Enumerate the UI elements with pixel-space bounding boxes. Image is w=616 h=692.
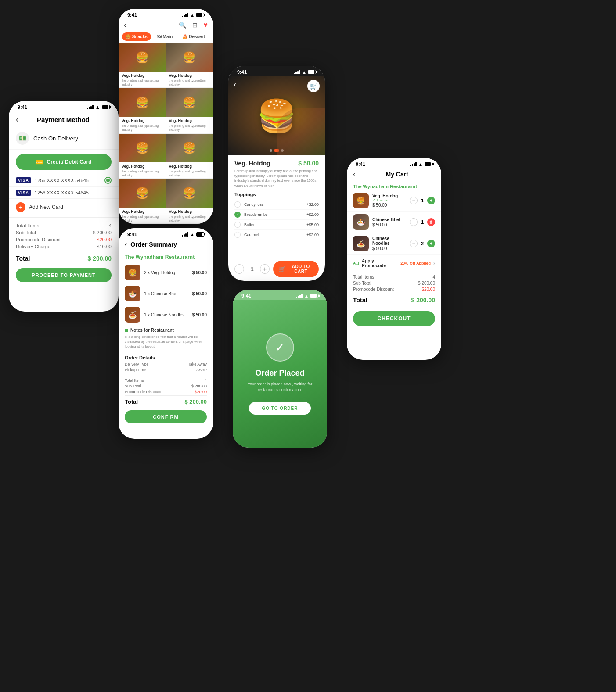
card-row-1[interactable]: VISA 1256 XXXX XXXX 54645 — [9, 174, 119, 187]
go-to-order-button[interactable]: GO TO ORDER — [249, 402, 311, 415]
plus-icon: + — [16, 202, 25, 212]
food-item[interactable]: 🍔 Veg. Hotdog the printing and typesetti… — [119, 179, 166, 224]
favorite-icon[interactable]: ♥ — [204, 21, 208, 29]
quantity-controls: − 2 + — [410, 240, 435, 247]
back-button[interactable]: ‹ — [125, 240, 127, 248]
increase-qty-button[interactable]: + — [427, 197, 435, 204]
visa-logo-2: VISA — [16, 190, 31, 196]
topping-checkbox[interactable] — [234, 232, 241, 238]
promo-label: Promocode Discount — [125, 390, 162, 394]
search-icon[interactable]: 🔍 — [179, 22, 186, 29]
wifi-icon: ▲ — [304, 294, 309, 298]
food-item[interactable]: 🍔 Veg. Hotdog the printing and typesetti… — [166, 88, 213, 133]
topping-checkbox[interactable] — [234, 222, 241, 228]
promo-discount-label: Promocode Discount — [353, 287, 394, 292]
item-price: $ 50.00 — [192, 312, 207, 317]
confirm-button[interactable]: CONFIRM — [125, 410, 207, 423]
checkout-button[interactable]: CHECKOUT — [353, 311, 435, 326]
food-item[interactable]: 🍔 Veg. Hotdog the printing and typesetti… — [166, 43, 213, 88]
status-bar: 9:41 ▲ — [228, 66, 325, 76]
tab-main[interactable]: 🍽 Main — [154, 32, 177, 41]
order-summary-screen: 9:41 ▲ ‹ Order Summary The Wynadham Rest… — [119, 228, 213, 439]
total-val: $ 200.00 — [184, 398, 207, 405]
order-item-3: 🍝 1 x Chinese Noodles $ 50.00 — [119, 304, 213, 325]
signal-icon — [296, 294, 303, 298]
decrease-qty-button[interactable]: − — [410, 240, 418, 247]
item-price: $ 50.00 — [372, 246, 406, 251]
item-name: Veg. Hotdog — [372, 194, 406, 198]
battery-icon — [310, 294, 318, 298]
radio-selected[interactable] — [104, 177, 112, 184]
topping-butter[interactable]: Butter +$5.00 — [234, 220, 319, 230]
proceed-to-payment-button[interactable]: PROCEED TO PAYMENT — [16, 268, 112, 282]
item-image: 🍜 — [125, 286, 140, 301]
back-button[interactable]: ‹ — [16, 115, 18, 124]
subtotal-label: Sub Total — [16, 230, 36, 235]
add-card-row[interactable]: + Add New Card — [9, 199, 119, 215]
decrease-qty-button[interactable]: − — [410, 218, 418, 226]
item-image: 🍔 — [125, 265, 140, 280]
order-placed-subtitle: Your order is placed now , waiting for r… — [241, 381, 318, 393]
tab-dessert[interactable]: 🍰 Dessert — [179, 32, 208, 41]
food-item[interactable]: 🍔 Veg. Hotdog the printing and typesetti… — [119, 88, 166, 133]
promo-row[interactable]: 🏷 Apply Promocode 20% Off Applied › — [347, 255, 441, 272]
item-price: $ 50.00 — [192, 291, 207, 296]
item-price: $ 50.00 — [372, 222, 406, 227]
quantity-value: 1 — [248, 266, 256, 272]
topping-caramel[interactable]: Caramel +$2.00 — [234, 230, 319, 240]
item-name: 1 x Chinese Noodles — [144, 312, 189, 317]
item-name: Chinese Bhel — [372, 217, 406, 222]
food-menu-screen: 9:41 ▲ ‹ 🔍 ⊞ ♥ 🍔 Snacks 🍽 Main 🍰 Dessert… — [119, 9, 213, 224]
back-button[interactable]: ‹ — [353, 170, 355, 178]
food-item[interactable]: 🍔 Veg. Hotdog the printing and typesetti… — [166, 133, 213, 179]
cash-option[interactable]: 💵 Cash On Delivery — [9, 127, 119, 150]
notes-dot — [125, 329, 128, 332]
promo-val: -$20.00 — [193, 390, 207, 394]
increase-qty-button[interactable]: + — [427, 240, 435, 247]
order-placed-screen: 9:41 ▲ ✓ Order Placed Your order is plac… — [233, 290, 327, 448]
topping-candyfloss[interactable]: Candyfloss +$2.00 — [234, 200, 319, 210]
item-price: $ 50.00 — [372, 203, 406, 208]
tab-snacks[interactable]: 🍔 Snacks — [122, 32, 151, 41]
cart-icon[interactable]: 🛒 — [307, 80, 320, 92]
subtotal-val: $ 200.00 — [93, 230, 112, 235]
credit-card-button[interactable]: 💳 Credit/ Debit Card — [16, 154, 112, 170]
item-name: 1 x Chinese Bhel — [144, 291, 189, 296]
pickup-val: ASAP — [196, 368, 207, 372]
promo-discount-val: -$20.00 — [420, 287, 435, 292]
my-cart-screen: 9:41 ▲ ‹ My Cart The Wynadham Restaurarn… — [347, 158, 441, 360]
decrease-qty-button[interactable]: − — [234, 264, 244, 274]
battery-icon — [196, 232, 204, 237]
total-items-label: Total Items — [16, 223, 39, 228]
delete-item-button[interactable]: 🗑 — [427, 218, 435, 226]
add-to-cart-button[interactable]: 🛒 ADD TO CART — [273, 261, 319, 277]
subtotal-val: $ 200.00 — [191, 384, 207, 388]
delivery-val: $10.00 — [97, 244, 112, 249]
back-button[interactable]: ‹ — [124, 21, 126, 29]
total-label: Total — [125, 398, 138, 405]
card-number-1: 1256 XXXX XXXX 54645 — [35, 178, 101, 183]
increase-qty-button[interactable]: + — [260, 264, 270, 274]
food-item[interactable]: 🍔 Veg. Hotdog the printing and typesetti… — [119, 43, 166, 88]
delivery-type-val: Take Away — [188, 362, 207, 366]
total-items-label: Total Items — [125, 378, 144, 383]
food-item[interactable]: 🍔 Veg. Hotdog the printing and typesetti… — [166, 179, 213, 224]
wifi-icon: ▲ — [95, 104, 100, 110]
topping-checkbox-checked[interactable]: ✓ — [234, 212, 241, 218]
item-description: Lorem Ipsum is simply dummy text of the … — [234, 169, 319, 188]
filter-icon[interactable]: ⊞ — [192, 22, 198, 29]
item-image: 🍜 — [353, 214, 369, 230]
quantity-controls: − 1 + — [410, 197, 435, 204]
chevron-right-icon[interactable]: › — [433, 260, 435, 266]
quantity-controls: − 1 🗑 — [410, 218, 435, 226]
tab-dinner[interactable]: 🍷 Dinner — [211, 32, 213, 41]
decrease-qty-button[interactable]: − — [410, 197, 418, 204]
item-price: $ 50.00 — [192, 270, 207, 275]
card-row-2[interactable]: VISA 1256 XXXX XXXX 54645 — [9, 187, 119, 199]
topping-breadcrumbs[interactable]: ✓ Breadcrumbs +$2.00 — [234, 210, 319, 220]
topping-checkbox[interactable] — [234, 201, 241, 208]
food-item[interactable]: 🍔 Veg. Hotdog the printing and typesetti… — [119, 133, 166, 179]
food-grid: 🍔 Veg. Hotdog the printing and typesetti… — [119, 43, 213, 224]
back-button[interactable]: ‹ — [234, 80, 236, 89]
item-price: $ 50.00 — [298, 160, 319, 167]
